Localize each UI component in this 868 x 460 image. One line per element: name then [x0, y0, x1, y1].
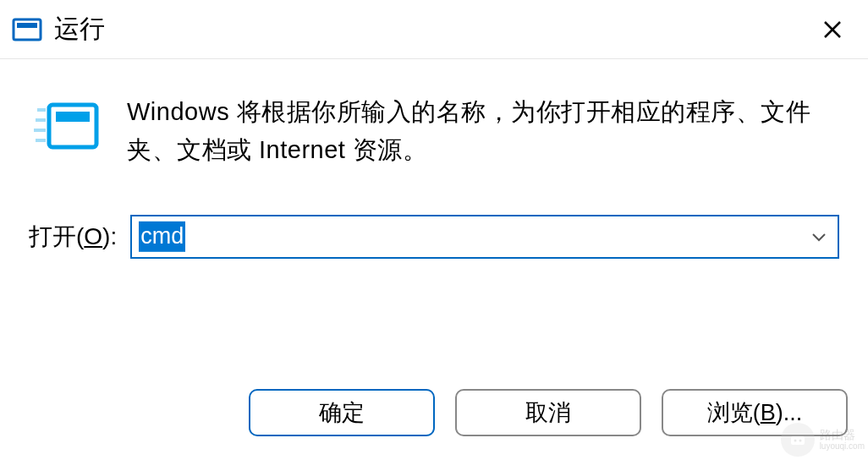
- close-button[interactable]: [807, 4, 858, 55]
- ok-button[interactable]: 确定: [249, 389, 435, 436]
- browse-button[interactable]: 浏览(B)...: [662, 389, 848, 436]
- cancel-button-label: 取消: [525, 397, 571, 428]
- open-input[interactable]: [132, 216, 800, 257]
- svg-rect-8: [49, 105, 96, 147]
- svg-point-12: [799, 440, 801, 442]
- info-row: Windows 将根据你所输入的名称，为你打开相应的程序、文件夹、文档或 Int…: [29, 93, 839, 169]
- cancel-button[interactable]: 取消: [455, 389, 641, 436]
- input-row: 打开(O): cmd: [29, 215, 839, 259]
- chevron-down-icon: [810, 232, 827, 242]
- button-row: 确定 取消 浏览(B)...: [249, 389, 848, 436]
- close-icon: [823, 20, 842, 39]
- description-text: Windows 将根据你所输入的名称，为你打开相应的程序、文件夹、文档或 Int…: [127, 93, 839, 169]
- svg-rect-1: [17, 23, 37, 28]
- titlebar: 运行: [0, 0, 868, 59]
- svg-rect-9: [56, 112, 90, 122]
- svg-rect-0: [14, 19, 41, 40]
- run-icon-large: [34, 100, 102, 157]
- svg-point-11: [794, 440, 796, 442]
- combobox-dropdown-button[interactable]: [800, 216, 838, 257]
- svg-rect-10: [791, 436, 805, 445]
- window-title: 运行: [54, 12, 105, 47]
- open-combobox[interactable]: cmd: [130, 215, 839, 259]
- browse-button-label: 浏览(B)...: [707, 397, 803, 428]
- titlebar-left: 运行: [12, 12, 105, 47]
- run-icon: [12, 18, 42, 41]
- dialog-content: Windows 将根据你所输入的名称，为你打开相应的程序、文件夹、文档或 Int…: [0, 59, 868, 259]
- ok-button-label: 确定: [319, 397, 365, 428]
- open-label: 打开(O):: [29, 221, 117, 253]
